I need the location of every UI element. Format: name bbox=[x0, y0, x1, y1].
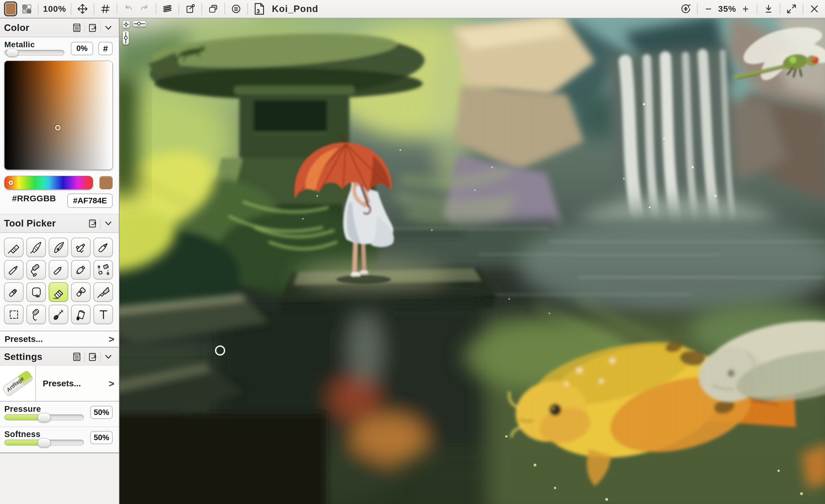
tool-picker-title: Tool Picker bbox=[4, 218, 56, 229]
export-pin-icon bbox=[184, 3, 196, 15]
settings-title: Settings bbox=[4, 351, 43, 362]
undo-icon bbox=[122, 3, 134, 15]
canvas-v-slider[interactable] bbox=[123, 31, 129, 45]
current-color-button[interactable] bbox=[4, 1, 17, 16]
metallic-slider-knob[interactable] bbox=[6, 49, 18, 57]
top-toolbar: 100% bbox=[0, 0, 825, 18]
tool-chalk[interactable] bbox=[49, 260, 68, 279]
pressure-slider-knob[interactable] bbox=[38, 413, 51, 422]
tool-picker-popout-button[interactable] bbox=[86, 217, 99, 230]
hex-value-input[interactable]: #AF784E bbox=[67, 193, 112, 208]
koi-pond-painting bbox=[120, 18, 825, 504]
save-download-button[interactable] bbox=[762, 1, 775, 16]
tool-crayon[interactable] bbox=[4, 282, 23, 302]
tool-watercolor[interactable] bbox=[26, 238, 46, 257]
download-icon bbox=[762, 3, 774, 15]
menu-list-icon bbox=[71, 22, 82, 33]
tool-text[interactable] bbox=[93, 305, 113, 324]
page-number: 3 bbox=[256, 8, 259, 14]
color-popout-button[interactable] bbox=[86, 21, 99, 34]
reset-view-button[interactable] bbox=[679, 1, 692, 16]
move-arrows-icon bbox=[77, 3, 88, 15]
fullscreen-button[interactable] bbox=[785, 1, 798, 16]
tool-sticker-spray[interactable] bbox=[93, 260, 113, 279]
close-icon bbox=[808, 3, 820, 15]
tool-airbrush[interactable] bbox=[71, 238, 90, 257]
softness-slider-knob[interactable] bbox=[38, 438, 51, 447]
settings-collapse-button[interactable] bbox=[102, 350, 115, 363]
popout-icon bbox=[87, 351, 98, 362]
tool-picker-collapse-button[interactable] bbox=[102, 217, 115, 230]
zoom-in-button[interactable]: + bbox=[739, 1, 752, 16]
metallic-value[interactable]: 0% bbox=[71, 42, 93, 55]
chevron-down-icon bbox=[104, 352, 113, 361]
tool-paint-tube[interactable] bbox=[71, 260, 90, 279]
hex-picker-button[interactable]: # bbox=[98, 42, 112, 55]
document-page-icon: 3 bbox=[253, 2, 265, 15]
h-slider-icon bbox=[133, 21, 146, 26]
settings-menu-button[interactable] bbox=[70, 350, 83, 363]
grid-hash-icon bbox=[100, 3, 111, 15]
tool-paint-roller[interactable] bbox=[26, 260, 46, 279]
softness-value[interactable]: 50% bbox=[90, 431, 112, 444]
pressure-value[interactable]: 50% bbox=[90, 406, 112, 419]
settings-presets-row[interactable]: Presets... > bbox=[36, 366, 119, 401]
hue-marker[interactable] bbox=[9, 180, 13, 185]
chevron-down-icon bbox=[104, 219, 113, 228]
tool-eraser[interactable] bbox=[49, 282, 68, 302]
windows-icon bbox=[207, 3, 219, 15]
popout-icon bbox=[87, 22, 98, 33]
metallic-slider[interactable] bbox=[4, 50, 65, 56]
color-picker-square[interactable] bbox=[4, 61, 112, 170]
export-button[interactable] bbox=[184, 1, 197, 16]
tool-preview[interactable]: ArtRage bbox=[0, 366, 36, 401]
canvas-h-slider[interactable] bbox=[133, 21, 146, 27]
layers-button[interactable] bbox=[161, 1, 174, 16]
softness-slider-fill bbox=[5, 440, 43, 445]
color-panel-header: Color bbox=[0, 18, 119, 37]
tool-presets-row[interactable]: Presets... > bbox=[0, 331, 119, 347]
settings-header: Settings bbox=[0, 347, 119, 366]
canvas-zoom-100-button[interactable]: 100% bbox=[43, 1, 66, 16]
tool-felt-pen[interactable] bbox=[93, 238, 113, 257]
tool-sticker[interactable] bbox=[26, 282, 46, 302]
views-button[interactable] bbox=[207, 1, 220, 16]
undo-button[interactable] bbox=[122, 1, 135, 16]
grid-toggle-button[interactable] bbox=[99, 1, 112, 16]
tool-fill-bucket[interactable] bbox=[71, 305, 90, 324]
close-button[interactable] bbox=[808, 1, 821, 16]
tool-eyedropper[interactable] bbox=[49, 305, 68, 324]
color-collapse-button[interactable] bbox=[102, 21, 115, 34]
pan-tool-button[interactable] bbox=[76, 1, 89, 16]
tool-ink-pen[interactable] bbox=[49, 238, 68, 257]
hue-bar[interactable] bbox=[4, 176, 93, 189]
tool-pencil[interactable] bbox=[4, 260, 23, 279]
references-button[interactable] bbox=[230, 1, 243, 16]
popout-icon bbox=[87, 218, 98, 229]
tool-selection[interactable] bbox=[4, 305, 23, 324]
tool-palette-knife[interactable] bbox=[93, 282, 113, 302]
tool-glitter[interactable] bbox=[71, 282, 90, 302]
panel-footer bbox=[0, 452, 119, 504]
color-panel-title: Color bbox=[4, 22, 29, 33]
chevron-right-icon: > bbox=[108, 378, 114, 389]
redo-button[interactable] bbox=[138, 1, 151, 16]
chevron-down-icon bbox=[104, 23, 113, 32]
document-pages-button[interactable]: 3 bbox=[252, 1, 266, 16]
canvas[interactable] bbox=[120, 18, 825, 504]
tool-presets-label: Presets... bbox=[5, 334, 43, 344]
softness-slider[interactable] bbox=[4, 439, 84, 445]
color-picker-marker[interactable] bbox=[55, 125, 61, 131]
color-menu-button[interactable] bbox=[70, 21, 83, 34]
settings-popout-button[interactable] bbox=[86, 350, 99, 363]
zoom-out-button[interactable]: − bbox=[702, 1, 715, 16]
saturation-gradient bbox=[5, 61, 112, 170]
panels-toggle-button[interactable] bbox=[20, 1, 33, 16]
hex-label: #RRGGBB bbox=[12, 193, 56, 203]
softness-label: Softness bbox=[4, 430, 41, 439]
tool-transform[interactable] bbox=[26, 305, 46, 324]
tool-oil-brush[interactable] bbox=[4, 238, 23, 257]
current-color-swatch[interactable] bbox=[99, 176, 112, 189]
pressure-slider[interactable] bbox=[4, 414, 84, 420]
canvas-positioner-button[interactable] bbox=[122, 21, 130, 28]
